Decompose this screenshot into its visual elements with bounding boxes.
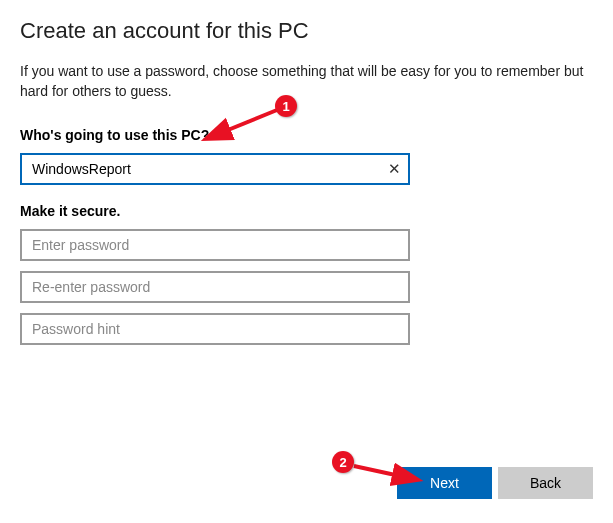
svg-line-0 [223, 110, 277, 132]
back-button[interactable]: Back [498, 467, 593, 499]
page-title: Create an account for this PC [20, 18, 593, 44]
who-section: Who's going to use this PC? ✕ [20, 127, 593, 185]
username-input[interactable] [20, 153, 410, 185]
annotation-arrow-1 [215, 108, 285, 144]
clear-icon[interactable]: ✕ [384, 159, 404, 179]
secure-section: Make it secure. [20, 203, 593, 345]
annotation-callout-2: 2 [332, 451, 354, 473]
description-text: If you want to use a password, choose so… [20, 62, 593, 101]
reenter-password-input[interactable] [20, 271, 410, 303]
password-hint-input[interactable] [20, 313, 410, 345]
password-input[interactable] [20, 229, 410, 261]
annotation-arrow-2 [350, 460, 410, 488]
secure-label: Make it secure. [20, 203, 593, 219]
button-row: Next Back [397, 467, 593, 499]
username-input-wrap: ✕ [20, 153, 410, 185]
next-button[interactable]: Next [397, 467, 492, 499]
annotation-callout-1: 1 [275, 95, 297, 117]
svg-line-1 [354, 466, 400, 476]
who-label: Who's going to use this PC? [20, 127, 593, 143]
